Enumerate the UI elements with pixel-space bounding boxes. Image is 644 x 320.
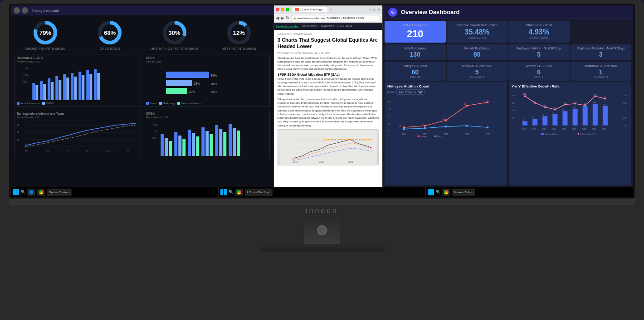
svg-text:Mar: Mar	[96, 98, 99, 101]
kpi-relieving-value: 3	[574, 51, 628, 58]
windows-logo-mid[interactable]	[220, 189, 227, 195]
win-maximize-icon[interactable]: □	[373, 8, 376, 12]
left-charts-grid: Revenue & COGS Month/Month | YTD 150k 10…	[15, 54, 270, 159]
svg-rect-67	[196, 136, 199, 156]
donut-opex-chart: 68%	[96, 19, 123, 46]
svg-text:2018: 2018	[582, 128, 586, 130]
article-body2: Active traders who want to get a sense o…	[278, 77, 379, 96]
svg-text:331%: 331%	[622, 94, 627, 97]
kpi-attrition-ytd: Attrition YTD - 2020 6 2019: 2	[508, 62, 570, 81]
date-filter-select[interactable]: Last 5 Year(s)	[396, 89, 424, 95]
dashboard-icon: ⊕	[388, 8, 397, 17]
revenue-subtitle: Month/Month | YTD	[17, 60, 139, 63]
svg-text:54: 54	[552, 112, 554, 114]
svg-text:Aug: Aug	[106, 150, 110, 152]
svg-text:2018: 2018	[293, 161, 298, 163]
svg-point-120	[466, 125, 468, 127]
investopedia-logo: Investopedia	[276, 24, 298, 29]
date-filter-row: Dates Last 5 Year(s)	[387, 89, 504, 95]
donut-net-chart: 12%	[225, 19, 253, 46]
taskbar-app-mid-article[interactable]: 3 Charts That Sug...	[245, 189, 273, 196]
opex2-title: OPEX	[146, 112, 268, 115]
svg-text:64: 64	[486, 100, 488, 102]
address-bar[interactable]: 🔒 www.investopedia.com › MARKETS › TRADI…	[291, 15, 381, 21]
monitor: Trading Dashboard	[0, 0, 644, 320]
windows-logo-left[interactable]	[13, 189, 19, 195]
svg-text:59%: 59%	[564, 102, 567, 104]
svg-text:64: 64	[388, 101, 391, 103]
kpi-amtd-label: Attrition MTD - Nov 2020	[574, 64, 628, 68]
svg-rect-18	[59, 80, 61, 100]
monitor-stand-base	[259, 244, 385, 252]
svg-rect-19	[63, 74, 66, 100]
donut-operating: 30% OPERATING PROFIT MARGIN	[144, 19, 205, 50]
donut-gross-label: GROSS PROFIT MARGIN	[25, 47, 65, 50]
taskbar-app-left-ie[interactable]	[27, 189, 35, 196]
search-icon-right[interactable]: 🔍	[436, 190, 440, 194]
nav-markets[interactable]: MARKETS	[321, 25, 334, 28]
svg-text:2016: 2016	[562, 128, 566, 130]
taskbar-app-mid-chrome[interactable]	[235, 189, 243, 196]
hiring-attrition-chart: Hiring vs Attrition Count Dates Last 5 Y…	[385, 82, 507, 185]
back-btn[interactable]: ◀	[276, 15, 279, 20]
kpi-female-label: Female Employees	[450, 47, 504, 50]
svg-text:Jul: Jul	[188, 154, 190, 156]
svg-text:0: 0	[388, 130, 390, 132]
refresh-btn[interactable]: ↻	[286, 15, 289, 20]
win-close-icon[interactable]: ✕	[377, 8, 381, 12]
taskbar-app-left-chrome[interactable]	[37, 189, 45, 196]
taskbar-dot1	[14, 7, 20, 14]
kpi-joining: Employees Joining - Next 90 Days 5	[508, 44, 570, 60]
donut-gross-profit-chart: 79%	[32, 19, 59, 46]
taskbar-app-right-chrome[interactable]	[442, 189, 450, 196]
win-minimize-icon[interactable]: ─	[369, 8, 371, 12]
svg-text:Jan: Jan	[87, 98, 89, 101]
browser-tab[interactable]: 3 Charts That Sugge...	[293, 7, 327, 12]
windows-logo-right[interactable]	[428, 189, 434, 195]
monitor-brand: innoen	[306, 207, 338, 215]
svg-rect-186	[541, 133, 544, 135]
svg-text:100k: 100k	[23, 74, 28, 77]
legend-general-dot	[177, 102, 180, 105]
taskbar-markets-label: Markets Today -	[454, 191, 473, 194]
svg-rect-150	[522, 121, 527, 125]
opex-title: OPEX	[146, 56, 268, 59]
search-icon-left[interactable]: 🔍	[21, 190, 25, 194]
new-tab-btn[interactable]: +	[330, 8, 332, 12]
svg-text:Aug: Aug	[45, 150, 49, 152]
revenue-bars: 150k 100k 50k	[17, 65, 139, 101]
svg-text:101%: 101%	[622, 102, 627, 104]
maximize-btn[interactable]	[286, 8, 289, 11]
nav-education[interactable]: EDUCATION	[302, 25, 318, 28]
revenue-title: Revenue & COGS	[17, 56, 139, 59]
close-btn[interactable]	[276, 8, 279, 11]
svg-text:49%: 49%	[594, 94, 597, 96]
kpi-joining-value: 5	[512, 51, 566, 58]
kpi-relieving: Employees Relieving - Next 90 Days 3	[571, 44, 632, 60]
growth-chart-title: Y-o-Y Effective Growth Rate	[512, 84, 629, 88]
svg-text:17: 17	[522, 119, 524, 121]
svg-rect-22	[74, 77, 77, 100]
address-text: www.investopedia.com › MARKETS › TRADING…	[297, 17, 364, 19]
taskbar-app-left-trading[interactable]: Options Trading -	[47, 189, 72, 196]
kpi-amtd-sub: Oct 2020: 3	[574, 76, 628, 78]
svg-rect-15	[48, 78, 50, 100]
opex2-subtitle: Month/Month | YTD	[146, 116, 268, 119]
nav-simulator[interactable]: SIMULATOR	[337, 25, 352, 28]
svg-text:120: 120	[512, 109, 515, 112]
svg-text:32: 32	[388, 116, 391, 118]
taskbar-app-right-markets[interactable]: Markets Today -	[452, 189, 475, 196]
svg-text:11%: 11%	[622, 125, 626, 127]
minimize-btn[interactable]	[281, 8, 284, 11]
svg-text:2019: 2019	[319, 161, 324, 163]
window-controls: ─ □ ✕	[369, 8, 381, 12]
svg-rect-28	[97, 73, 100, 100]
svg-rect-158	[562, 111, 567, 125]
screen: Trading Dashboard	[11, 5, 633, 197]
svg-text:240: 240	[512, 94, 515, 97]
search-icon-mid[interactable]: 🔍	[229, 190, 233, 194]
forward-btn[interactable]: ▶	[281, 15, 284, 20]
legend-cogs: COGS	[42, 102, 54, 105]
svg-text:2k: 2k	[17, 131, 20, 134]
svg-text:3k: 3k	[17, 124, 20, 126]
